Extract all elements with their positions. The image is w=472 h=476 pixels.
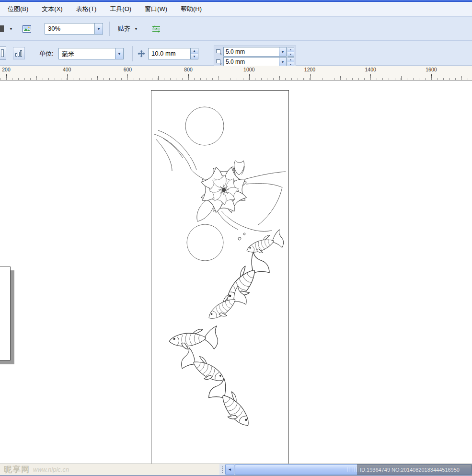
- toolbar-separator: [109, 22, 110, 36]
- duplicate-distance-y-row: y 5.0 mm ▼ ▲ ▼: [216, 57, 294, 67]
- ruler-label: 1200: [304, 67, 315, 72]
- duplicate-distance-y-spinner[interactable]: ▲ ▼: [288, 57, 294, 67]
- bar-chart-icon: [15, 49, 23, 57]
- import-bitmap-button[interactable]: [20, 23, 33, 35]
- ruler-label: 1400: [365, 67, 376, 72]
- units-label: 单位:: [39, 49, 54, 58]
- duplicate-distance-x-icon: x: [216, 48, 222, 55]
- snap-to-label: 贴齐: [118, 24, 130, 33]
- clipped-docker-button[interactable]: [0, 46, 6, 60]
- chevron-down-icon: ▼: [134, 27, 138, 31]
- spin-up-icon[interactable]: ▲: [288, 47, 294, 52]
- image-icon: [23, 25, 31, 33]
- chevron-down-icon[interactable]: ▼: [94, 23, 103, 34]
- property-bar-separator: [132, 46, 133, 61]
- watermark-area: 昵享网 www.nipic.cn: [0, 464, 219, 475]
- scroll-left-button[interactable]: ◄: [225, 464, 234, 475]
- duplicate-distance-panel: x 5.0 mm ▼ ▲ ▼ y: [214, 46, 296, 69]
- clipped-tool-icon: [0, 25, 4, 32]
- horizontal-ruler-labels: 2004006008001000120014001600: [0, 66, 472, 80]
- units-value[interactable]: 毫米: [59, 48, 115, 59]
- ruler-label: 600: [124, 67, 132, 72]
- chevron-down-icon[interactable]: ▼: [279, 58, 286, 66]
- spin-down-icon[interactable]: ▼: [288, 52, 294, 57]
- watermark-id-text: ID:19364749 NO:20140820183444516950: [360, 467, 460, 473]
- arrow-left-icon: ◄: [228, 467, 232, 472]
- spin-down-icon[interactable]: ▼: [191, 54, 198, 59]
- menu-item-table[interactable]: 表格(T): [69, 2, 104, 16]
- snap-to-menu-button[interactable]: 贴齐 ▼: [115, 23, 146, 35]
- property-bar: 单位: 毫米 ▼ 10.0 mm ▲ ▼ x: [0, 41, 472, 66]
- spin-up-icon[interactable]: ▲: [191, 48, 198, 54]
- units-combobox[interactable]: 毫米 ▼: [58, 48, 124, 59]
- koi-lotus-artwork: [0, 81, 472, 464]
- watermark-site-text: 昵享网: [4, 464, 30, 475]
- watermark-id-badge: ID:19364749 NO:20140820183444516950: [357, 464, 472, 475]
- nudge-distance-spinner[interactable]: ▲ ▼: [191, 48, 198, 59]
- nudge-distance-input[interactable]: 10.0 mm: [148, 48, 191, 59]
- svg-text:y: y: [220, 62, 222, 65]
- coreldraw-window: 位图(B) 文本(X) 表格(T) 工具(O) 窗口(W) 帮助(H) ▼ 30…: [0, 0, 472, 476]
- duplicate-distance-x-row: x 5.0 mm ▼ ▲ ▼: [216, 47, 294, 57]
- chevron-down-icon[interactable]: ▼: [279, 47, 286, 56]
- offscreen-page-edge: [0, 267, 11, 360]
- ruler-label: 800: [184, 67, 193, 72]
- spin-up-icon[interactable]: ▲: [288, 58, 294, 62]
- duplicate-distance-x-input[interactable]: 5.0 mm ▼: [223, 47, 287, 57]
- scrollbar-splitter[interactable]: [219, 464, 225, 475]
- watermark-url-text: www.nipic.cn: [33, 466, 69, 473]
- object-properties-button[interactable]: [13, 47, 25, 59]
- zoom-level-combobox[interactable]: 30% ▼: [45, 23, 103, 35]
- ruler-label: 1000: [243, 67, 254, 72]
- status-bar: 昵享网 www.nipic.cn ◄ ID:19364749 NO:201408…: [0, 464, 472, 476]
- ruler-label: 400: [63, 67, 71, 72]
- zoom-level-value[interactable]: 30%: [45, 23, 94, 34]
- chevron-down-icon[interactable]: ▼: [115, 48, 123, 59]
- alignment-guides-button[interactable]: [150, 23, 162, 34]
- ruler-label: 1600: [426, 67, 437, 72]
- nudge-distance-value: 10.0 mm: [151, 50, 176, 57]
- standard-toolbar: ▼ 30% ▼ 贴齐 ▼: [0, 17, 472, 41]
- ruler-label: 200: [2, 67, 11, 72]
- tool-flyout-caret-button[interactable]: ▼: [7, 25, 15, 32]
- duplicate-distance-y-value: 5.0 mm: [224, 58, 279, 66]
- svg-text:x: x: [220, 52, 222, 55]
- menu-item-tools[interactable]: 工具(O): [103, 2, 138, 16]
- menu-item-window[interactable]: 窗口(W): [138, 2, 174, 16]
- nudge-offset-icon: [138, 50, 145, 58]
- duplicate-distance-x-spinner[interactable]: ▲ ▼: [288, 47, 294, 57]
- guidelines-icon: [151, 24, 161, 33]
- drawing-canvas[interactable]: [0, 81, 472, 464]
- duplicate-distance-y-input[interactable]: 5.0 mm ▼: [223, 57, 287, 67]
- menu-item-help[interactable]: 帮助(H): [174, 2, 208, 16]
- duplicate-distance-x-value: 5.0 mm: [224, 47, 279, 56]
- menu-bar: 位图(B) 文本(X) 表格(T) 工具(O) 窗口(W) 帮助(H): [0, 2, 472, 17]
- menu-item-bitmaps[interactable]: 位图(B): [1, 2, 35, 16]
- duplicate-distance-y-icon: y: [216, 58, 222, 65]
- menu-item-text[interactable]: 文本(X): [35, 2, 69, 16]
- horizontal-scrollbar[interactable]: ID:19364749 NO:20140820183444516950: [234, 464, 472, 475]
- horizontal-ruler[interactable]: 2004006008001000120014001600: [0, 66, 472, 81]
